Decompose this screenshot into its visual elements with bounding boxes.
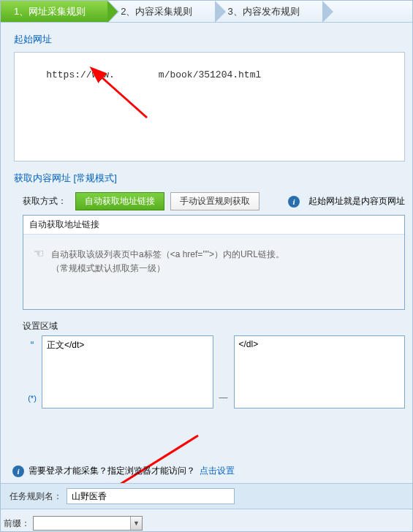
tab-content-rules[interactable]: 2、内容采集规则 [107,1,214,22]
range-end-textarea[interactable] [234,335,406,408]
settings-area: 设置区域 “ (*) — [23,320,405,408]
settings-area-label: 设置区域 [23,320,405,332]
auto-fetch-frame-title: 自动获取地址链接 [23,216,404,235]
range-separator: — [219,335,228,408]
svg-line-1 [110,436,198,490]
task-name-label: 任务规则名： [10,490,62,503]
content-url-title: 获取内容网址 [常规模式] [1,162,412,188]
manual-fetch-button[interactable]: 手动设置规则获取 [170,192,259,210]
task-name-input[interactable] [67,488,235,504]
range-start-textarea[interactable] [42,335,213,408]
start-url-text: https://www.m/book/351204.html [23,69,261,91]
chevron-down-icon[interactable]: ▼ [130,517,142,530]
fetch-mode-label: 获取方式： [23,195,67,208]
task-name-row: 任务规则名： [1,483,412,509]
wizard-tabs: 1、网址采集规则 2、内容采集规则 3、内容发布规则 [1,1,412,23]
tab-url-rules[interactable]: 1、网址采集规则 [1,1,107,22]
login-settings-link[interactable]: 点击设置 [200,465,235,477]
info-icon: i [12,466,24,477]
start-url-note: 起始网址就是内容页网址 [308,195,405,208]
login-required-text: 需要登录才能采集？指定浏览器才能访问？ [29,465,195,477]
prefix-combobox[interactable]: ▼ [33,516,143,531]
auto-fetch-button[interactable]: 自动获取地址链接 [75,192,164,210]
auto-fetch-frame: 自动获取地址链接 ☜ 自动获取该级列表页中a标签（<a href="">）内的U… [23,215,405,310]
wildcard-marker: (*) [28,352,37,408]
tab-publish-rules[interactable]: 3、内容发布规则 [214,1,321,22]
start-url-title: 起始网址 [1,23,412,49]
prefix-row: 前缀： ▼ [1,515,143,531]
info-icon: i [288,196,300,208]
quote-marker: “ [31,335,34,352]
settings-markers: “ (*) [23,335,42,408]
login-required-row: i 需要登录才能采集？指定浏览器才能访问？ 点击设置 [12,465,235,477]
auto-fetch-description: 自动获取该级列表页中a标签（<a href="">）内的URL链接。 （常规模式… [51,248,284,276]
hand-icon: ☜ [34,246,44,260]
fetch-mode-row: 获取方式： 自动获取地址链接 手动设置规则获取 i 起始网址就是内容页网址 [1,188,412,215]
prefix-label: 前缀： [4,517,30,530]
start-url-box[interactable]: https://www.m/book/351204.html [14,52,405,162]
